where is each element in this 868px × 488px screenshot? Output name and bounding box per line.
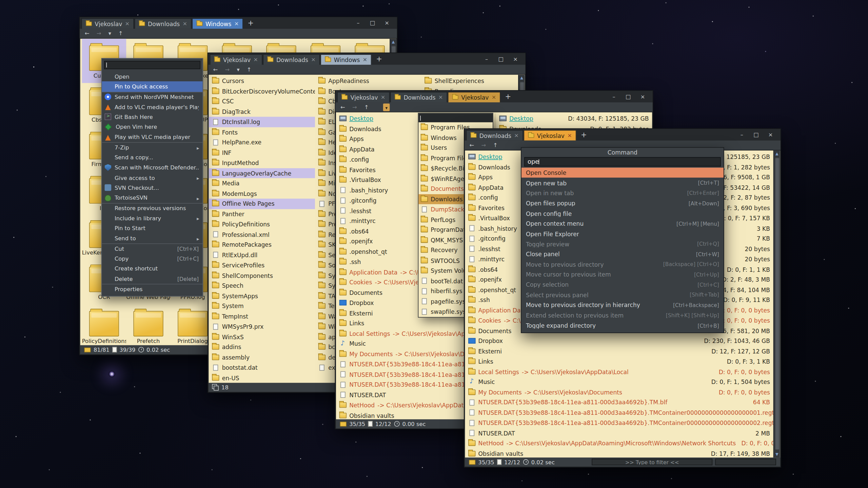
tab[interactable]: Windows ×: [321, 54, 372, 65]
command-palette-item[interactable]: Select previous panel [Shift+Tab]: [521, 290, 724, 300]
context-menu-item[interactable]: Include in library: [102, 213, 202, 223]
tab-close-icon[interactable]: ×: [253, 57, 258, 62]
command-palette-item[interactable]: Open config file: [521, 208, 724, 219]
command-palette-item[interactable]: Open in new tab [Ctrl+Enter]: [521, 188, 724, 198]
folder-item[interactable]: PolicyDefinitions: [82, 304, 126, 345]
close-button[interactable]: ×: [763, 129, 777, 140]
close-button[interactable]: ×: [380, 17, 394, 29]
file-row[interactable]: Cursors: [209, 76, 315, 86]
file-row[interactable]: NTUSER.DAT 2 MB: [465, 428, 773, 438]
command-palette-item[interactable]: Extend selection to previous item [Shift…: [521, 310, 724, 320]
file-row[interactable]: AppReadiness: [315, 76, 421, 86]
file-row[interactable]: NetHood -> C:\Users\Vjekoslav\AppData\Ro…: [465, 438, 773, 448]
context-menu-item[interactable]: Send to: [102, 233, 202, 244]
file-row[interactable]: NTUSER.DAT{53b39e88-18c4-11ea-a811-000d3…: [465, 397, 773, 407]
context-menu-item[interactable]: Open: [102, 72, 202, 82]
file-row[interactable]: PolicyDefinitions: [209, 219, 315, 229]
context-menu-item[interactable]: Send with NordVPN Meshnet: [102, 92, 202, 102]
command-palette-item[interactable]: Open context menu [Ctrl+M] [Menu]: [521, 219, 724, 229]
back-icon[interactable]: ←: [340, 104, 345, 110]
command-palette-item[interactable]: Open Console: [521, 168, 724, 178]
tab[interactable]: Vjekoslav ×: [210, 54, 262, 65]
file-row[interactable]: NTUSER.DAT{53b39e88-18c4-11ea-a811-000d3…: [465, 407, 773, 418]
file-row[interactable]: Panther: [209, 209, 315, 219]
close-button[interactable]: ×: [508, 53, 522, 65]
command-palette-item[interactable]: Close panel [Ctrl+W]: [521, 249, 724, 259]
context-menu-item[interactable]: Send a copy...: [102, 152, 202, 163]
forward-icon[interactable]: →: [97, 30, 101, 37]
command-palette-item[interactable]: Open new tab [Ctrl+T]: [521, 178, 724, 188]
tab-close-icon[interactable]: ×: [125, 21, 130, 26]
file-row[interactable]: TempInst: [209, 311, 315, 321]
secondary-filter-box[interactable]: [715, 459, 776, 465]
minimize-button[interactable]: –: [351, 17, 365, 29]
context-menu-item[interactable]: Restore previous versions: [102, 203, 202, 213]
tab[interactable]: Downloads ×: [135, 18, 192, 29]
file-row[interactable]: InputMethod: [209, 158, 315, 168]
titlebar[interactable]: Vjekoslav × Downloads × Windows × + – □ …: [80, 17, 397, 29]
context-menu-item[interactable]: Git Bash Here: [102, 112, 202, 122]
maximize-button[interactable]: □: [366, 17, 380, 29]
tab-close-icon[interactable]: ×: [438, 95, 443, 100]
file-row[interactable]: Speech: [209, 281, 315, 291]
file-row[interactable]: bootstat.dat: [209, 362, 315, 372]
command-palette-item[interactable]: Toggle expand directory [Ctrl+B]: [521, 320, 724, 330]
context-menu-item[interactable]: Pin to Quick access: [102, 81, 202, 92]
file-row[interactable]: en-US: [209, 373, 315, 383]
tab[interactable]: Vjekoslav ×: [337, 92, 390, 102]
file-row[interactable]: Offline Web Pages: [209, 199, 315, 209]
up-icon[interactable]: ↑: [364, 104, 369, 110]
context-menu-item[interactable]: Create shortcut: [102, 264, 202, 274]
context-menu-item[interactable]: Give access to: [102, 172, 202, 183]
scroll-up-icon[interactable]: ▲: [520, 75, 523, 81]
context-menu-item[interactable]: 7-Zip: [102, 142, 202, 152]
file-row[interactable]: Professional.xml: [209, 229, 315, 240]
close-button[interactable]: ×: [635, 91, 650, 102]
tab-close-icon[interactable]: ×: [381, 95, 386, 100]
tab-close-icon[interactable]: ×: [567, 133, 572, 138]
minimize-button[interactable]: –: [479, 53, 494, 65]
context-menu-item[interactable]: Cut [Ctrl+X]: [102, 243, 202, 253]
file-row[interactable]: Fonts: [209, 127, 315, 137]
context-menu-filter-input[interactable]: [104, 61, 200, 69]
tab[interactable]: Vjekoslav ×: [448, 92, 500, 102]
file-row[interactable]: Obsidian vaults D: 17, F: 149, 38 MB: [465, 448, 773, 458]
tab[interactable]: Vjekoslav ×: [524, 130, 576, 141]
forward-icon[interactable]: →: [352, 104, 357, 110]
new-tab-button[interactable]: +: [243, 18, 258, 29]
titlebar[interactable]: Vjekoslav × Downloads × Vjekoslav × + – …: [335, 91, 653, 102]
context-menu-item[interactable]: SVN Checkout...: [102, 183, 202, 193]
command-palette-item[interactable]: Move cursor to previous item [Ctrl+Up]: [521, 269, 724, 280]
file-row[interactable]: DtcInstall.log: [209, 117, 315, 127]
file-row[interactable]: Eksterni D: 12, F: 127, 12 GB: [465, 346, 773, 356]
maximize-button[interactable]: □: [494, 53, 508, 65]
scrollbar[interactable]: ▲ ▼: [773, 150, 780, 458]
context-menu-item[interactable]: Play with VLC media player: [102, 132, 202, 142]
file-row[interactable]: ShellComponents: [209, 270, 315, 281]
breadcrumb-segment[interactable]: [383, 103, 390, 111]
context-menu-item[interactable]: TortoiseSVN: [102, 193, 202, 203]
tab[interactable]: Downloads ×: [263, 54, 320, 65]
command-palette-item[interactable]: Toggle preview [Ctrl+Q]: [521, 239, 724, 249]
titlebar[interactable]: Downloads × Vjekoslav × + – □ ×: [465, 129, 781, 140]
file-row[interactable]: WinSxS: [209, 332, 315, 342]
file-row[interactable]: HelpPane.exe: [209, 137, 315, 147]
new-tab-button[interactable]: +: [576, 130, 591, 141]
file-row[interactable]: Media: [209, 178, 315, 188]
command-palette-item[interactable]: Open files popup [Alt+Down]: [521, 198, 724, 208]
file-row[interactable]: Dropbox D: 230, F: 1043, 46 GB: [465, 336, 773, 346]
file-row[interactable]: assembly: [209, 352, 315, 362]
up-icon[interactable]: ↑: [493, 142, 498, 148]
file-row[interactable]: Local Settings -> C:\Users\Vjekoslav\App…: [465, 367, 773, 377]
back-icon[interactable]: ←: [85, 30, 90, 37]
up-icon[interactable]: ↑: [118, 30, 123, 37]
tab[interactable]: Downloads ×: [390, 92, 447, 102]
history-dropdown-icon[interactable]: ▾: [108, 30, 111, 37]
file-row[interactable]: WMSysPr9.prx: [209, 322, 315, 332]
tab-close-icon[interactable]: ×: [311, 57, 316, 62]
file-row[interactable]: SystemApps: [209, 291, 315, 301]
scroll-up-icon[interactable]: ▲: [775, 150, 778, 157]
maximize-button[interactable]: □: [621, 91, 635, 102]
tab[interactable]: Windows ×: [192, 18, 243, 29]
file-row[interactable]: addins: [209, 342, 315, 352]
